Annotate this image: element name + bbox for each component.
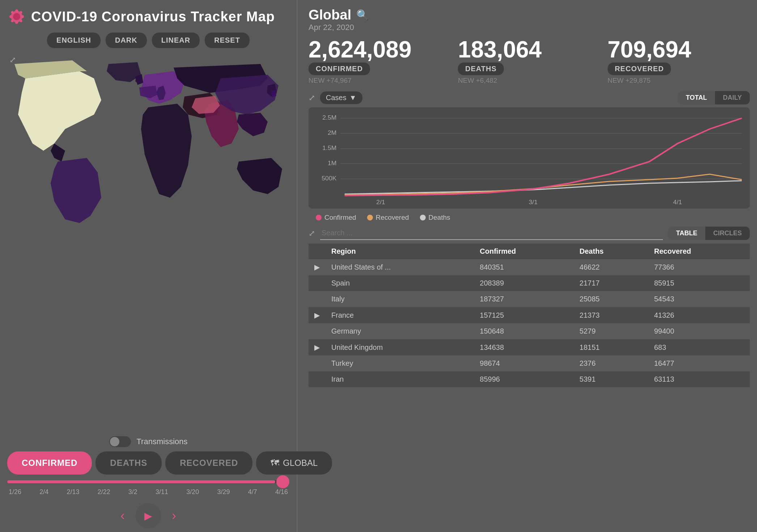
- timeline-thumb[interactable]: [276, 475, 289, 488]
- row-expand-4[interactable]: [309, 323, 326, 339]
- row-confirmed-6: 98674: [474, 356, 574, 372]
- row-expand-5[interactable]: ▶: [309, 339, 326, 356]
- row-expand-3[interactable]: ▶: [309, 307, 326, 323]
- recovered-tab[interactable]: RECOVERED: [165, 451, 252, 475]
- timeline-label-6: 3/20: [186, 488, 199, 496]
- daily-button[interactable]: DAILY: [715, 91, 750, 104]
- chart-svg: 2.5M 2M 1.5M 1M 500K 2/1 3/1 4/1: [309, 107, 750, 209]
- timeline-label-8: 4/7: [248, 488, 257, 496]
- reset-button[interactable]: RESET: [205, 33, 250, 48]
- confirmed-dot: [316, 215, 322, 220]
- recovered-dot: [367, 215, 373, 220]
- legend-deaths: Deaths: [420, 214, 450, 222]
- svg-text:2/1: 2/1: [376, 199, 385, 206]
- toggle-knob: [110, 437, 119, 446]
- table-controls: ⤢ TABLE CIRCLES: [309, 227, 750, 240]
- table-wrapper[interactable]: Region Confirmed Deaths Recovered ▶ Unit…: [309, 244, 750, 387]
- col-region: Region: [326, 244, 474, 259]
- row-expand-0[interactable]: ▶: [309, 259, 326, 275]
- deaths-tab[interactable]: DEATHS: [95, 451, 162, 475]
- row-recovered-3: 41326: [648, 307, 750, 323]
- stats-row: 2,624,089 CONFIRMED NEW +74,967 183,064 …: [309, 38, 750, 85]
- svg-text:4/1: 4/1: [673, 199, 682, 206]
- prev-button[interactable]: ‹: [120, 508, 125, 523]
- row-confirmed-0: 840351: [474, 259, 574, 275]
- timeline-label-5: 3/11: [156, 488, 168, 496]
- svg-point-3: [15, 21, 18, 24]
- timeline-label-7: 3/29: [217, 488, 230, 496]
- right-header: Global 🔍 Apr 22, 2020: [309, 7, 750, 32]
- language-button[interactable]: ENGLISH: [47, 33, 101, 48]
- col-confirmed: Confirmed: [474, 244, 574, 259]
- confirmed-new: NEW +74,967: [309, 77, 352, 85]
- timeline-label-0: 1/26: [9, 488, 21, 496]
- timeline-label-9: 4/16: [275, 488, 288, 496]
- table-row[interactable]: ▶ United Kingdom 134638 18151 683: [309, 339, 750, 356]
- search-input[interactable]: [320, 227, 663, 240]
- row-deaths-7: 5391: [574, 372, 648, 387]
- row-expand-1[interactable]: [309, 275, 326, 291]
- legend-recovered: Recovered: [367, 214, 409, 222]
- row-expand-2[interactable]: [309, 291, 326, 307]
- play-button[interactable]: ▶: [136, 503, 161, 528]
- row-confirmed-7: 85996: [474, 372, 574, 387]
- timeline-label-1: 2/4: [39, 488, 48, 496]
- row-confirmed-2: 187327: [474, 291, 574, 307]
- transmissions-toggle[interactable]: [109, 436, 131, 447]
- timeline-bar[interactable]: [7, 480, 289, 483]
- row-expand-6[interactable]: [309, 356, 326, 372]
- cases-dropdown[interactable]: Cases ▼: [320, 91, 362, 104]
- table-row[interactable]: Turkey 98674 2376 16477: [309, 356, 750, 372]
- controls-row: ENGLISH DARK LINEAR RESET: [7, 33, 289, 48]
- timeline-progress: [7, 480, 275, 483]
- svg-text:1.5M: 1.5M: [322, 145, 336, 151]
- theme-button[interactable]: DARK: [106, 33, 147, 48]
- svg-point-7: [20, 11, 22, 14]
- global-search-icon[interactable]: 🔍: [356, 9, 369, 21]
- col-recovered: Recovered: [648, 244, 750, 259]
- row-deaths-4: 5279: [574, 323, 648, 339]
- confirmed-badge: CONFIRMED: [309, 63, 370, 75]
- next-button[interactable]: ›: [172, 508, 176, 523]
- table-row[interactable]: Iran 85996 5391 63113: [309, 372, 750, 387]
- table-row[interactable]: ▶ France 157125 21373 41326: [309, 307, 750, 323]
- row-expand-7[interactable]: [309, 372, 326, 387]
- global-button[interactable]: 🗺 GLOBAL: [256, 451, 332, 475]
- table-view-button[interactable]: TABLE: [668, 227, 705, 240]
- total-button[interactable]: TOTAL: [678, 91, 715, 104]
- svg-point-4: [9, 15, 12, 18]
- circles-view-button[interactable]: CIRCLES: [705, 227, 750, 240]
- chart-legend: Confirmed Recovered Deaths: [309, 214, 750, 222]
- scale-button[interactable]: LINEAR: [152, 33, 200, 48]
- table-row[interactable]: Spain 208389 21717 85915: [309, 275, 750, 291]
- chart-expand-icon[interactable]: ⤢: [309, 93, 315, 103]
- confirmed-number: 2,624,089: [309, 38, 412, 61]
- confirmed-tab[interactable]: CONFIRMED: [7, 451, 92, 475]
- table-row[interactable]: ▶ United States of ... 840351 46622 7736…: [309, 259, 750, 275]
- row-recovered-2: 54543: [648, 291, 750, 307]
- transmissions-label: Transmissions: [137, 437, 188, 446]
- row-deaths-0: 46622: [574, 259, 648, 275]
- svg-point-8: [11, 20, 14, 22]
- date-label: Apr 22, 2020: [309, 23, 369, 32]
- recovered-number: 709,694: [608, 38, 691, 61]
- svg-text:1M: 1M: [328, 160, 337, 167]
- app-title: COVID-19 Coronavirus Tracker Map: [31, 9, 275, 25]
- deaths-new: NEW +6,482: [458, 77, 497, 85]
- global-title: Global 🔍: [309, 7, 369, 23]
- table-row[interactable]: Italy 187327 25085 54543: [309, 291, 750, 307]
- world-map: [7, 53, 289, 234]
- transmissions-row: Transmissions: [7, 436, 289, 447]
- map-expand-icon[interactable]: ⤢: [9, 55, 16, 65]
- svg-point-5: [21, 15, 24, 18]
- row-region-2: Italy: [326, 291, 474, 307]
- table-view-toggle: TABLE CIRCLES: [668, 227, 750, 240]
- map-container: ⤢: [7, 53, 289, 429]
- row-region-4: Germany: [326, 323, 474, 339]
- legend-confirmed: Confirmed: [316, 214, 356, 222]
- table-expand-icon[interactable]: ⤢: [309, 229, 315, 238]
- right-panel: Global 🔍 Apr 22, 2020 2,624,089 CONFIRME…: [298, 0, 757, 532]
- table-row[interactable]: Germany 150648 5279 99400: [309, 323, 750, 339]
- row-region-0: United States of ...: [326, 259, 474, 275]
- deaths-dot: [420, 215, 426, 220]
